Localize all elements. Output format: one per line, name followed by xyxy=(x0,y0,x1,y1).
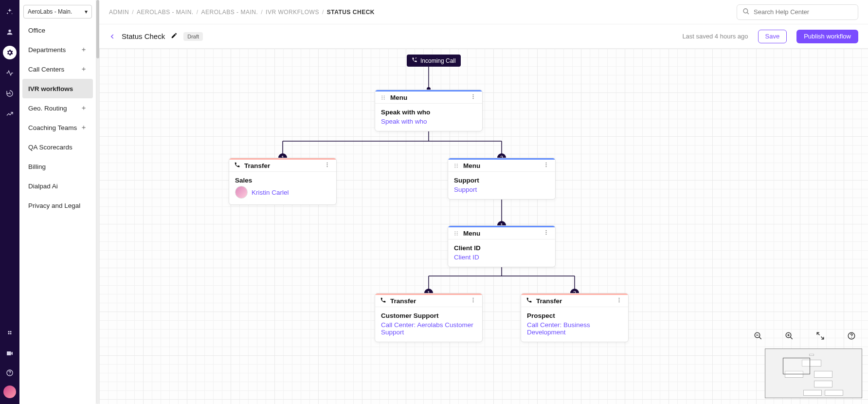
svg-point-30 xyxy=(457,234,458,235)
user-avatar[interactable] xyxy=(3,386,16,398)
back-button[interactable] xyxy=(109,33,116,40)
breadcrumb-item[interactable]: AEROLABS - MAIN. xyxy=(201,9,258,16)
search-input[interactable] xyxy=(754,8,853,16)
svg-point-28 xyxy=(457,231,458,232)
svg-point-26 xyxy=(454,233,455,234)
node-menu-button[interactable] xyxy=(469,296,477,306)
edit-title-button[interactable] xyxy=(171,32,178,40)
node-transfer-sales[interactable]: Transfer Sales Kristin Carlel xyxy=(229,158,337,205)
node-link[interactable]: Call Center: Aerolabs Customer Support xyxy=(381,321,476,336)
drag-handle-icon[interactable] xyxy=(380,94,386,101)
breadcrumb-item[interactable]: AEROLABS - MAIN. xyxy=(137,9,194,16)
svg-point-33 xyxy=(546,234,547,235)
svg-point-22 xyxy=(546,163,547,164)
node-transfer-prospect[interactable]: Transfer Prospect Call Center: Business … xyxy=(521,293,629,342)
breadcrumb-item[interactable]: ADMIN xyxy=(109,9,129,16)
node-menu-support[interactable]: Menu Support Support xyxy=(448,158,556,200)
page-title: Status Check xyxy=(122,32,165,40)
svg-point-39 xyxy=(619,301,620,302)
fit-screen-button[interactable] xyxy=(814,329,827,343)
plus-icon[interactable]: ＋ xyxy=(80,66,87,73)
video-icon[interactable] xyxy=(3,347,17,360)
zoom-in-button[interactable] xyxy=(782,329,796,343)
sidebar: AeroLabs - Main. ▾ Office Departments＋ C… xyxy=(19,0,96,404)
zoom-out-button[interactable] xyxy=(751,329,765,343)
node-link[interactable]: Call Center: Business Development xyxy=(527,321,622,336)
svg-line-48 xyxy=(821,337,824,339)
node-menu-button[interactable] xyxy=(542,228,550,238)
svg-point-35 xyxy=(473,300,474,301)
svg-line-41 xyxy=(759,337,761,339)
sparkle-icon[interactable] xyxy=(3,5,17,18)
person-icon[interactable] xyxy=(3,25,17,39)
node-title: Client ID xyxy=(454,244,549,252)
svg-point-10 xyxy=(473,94,474,95)
chevron-down-icon: ▾ xyxy=(85,8,88,15)
breadcrumb-item[interactable]: IVR WORKFLOWS xyxy=(266,9,319,16)
integrations-icon[interactable] xyxy=(3,327,17,341)
plus-icon[interactable]: ＋ xyxy=(80,124,87,131)
workflow-canvas[interactable]: Incoming Call Menu Speak with who Speak … xyxy=(99,49,868,404)
node-type-label: Menu xyxy=(390,94,407,101)
svg-point-25 xyxy=(454,231,455,232)
node-link[interactable]: Speak with who xyxy=(381,118,476,125)
drag-handle-icon[interactable] xyxy=(453,230,459,237)
sidebar-item-billing[interactable]: Billing xyxy=(22,157,93,176)
node-type-label: Transfer xyxy=(244,162,270,169)
svg-point-15 xyxy=(327,166,328,167)
node-menu-root[interactable]: Menu Speak with who Speak with who xyxy=(375,90,483,131)
svg-point-27 xyxy=(454,234,455,235)
activity-icon[interactable] xyxy=(3,66,17,80)
node-menu-button[interactable] xyxy=(615,296,623,306)
sidebar-item-qa-scorecards[interactable]: QA Scorecards xyxy=(22,137,93,157)
sidebar-item-office[interactable]: Office xyxy=(22,20,93,40)
org-selector[interactable]: AeroLabs - Main. ▾ xyxy=(23,5,92,18)
svg-point-17 xyxy=(454,165,455,166)
publish-button[interactable]: Publish workflow xyxy=(796,30,858,43)
node-title: Speak with who xyxy=(381,109,476,116)
history-icon[interactable] xyxy=(3,87,17,100)
save-button[interactable]: Save xyxy=(758,30,787,43)
node-menu-clientid[interactable]: Menu Client ID Client ID xyxy=(448,225,556,267)
drag-handle-icon[interactable] xyxy=(453,163,459,169)
node-title: Support xyxy=(454,177,549,184)
svg-line-3 xyxy=(747,13,749,14)
node-transfer-customer-support[interactable]: Transfer Customer Support Call Center: A… xyxy=(375,293,483,342)
node-type-label: Menu xyxy=(463,230,480,237)
phone-forward-icon xyxy=(380,297,386,305)
node-user-link[interactable]: Kristin Carlel xyxy=(252,189,289,196)
plus-icon[interactable]: ＋ xyxy=(80,105,87,111)
sidebar-item-departments[interactable]: Departments＋ xyxy=(22,40,93,59)
node-menu-button[interactable] xyxy=(542,161,550,170)
sidebar-item-privacy-legal[interactable]: Privacy and Legal xyxy=(22,196,93,215)
phone-forward-icon xyxy=(526,297,532,305)
help-icon[interactable] xyxy=(3,366,17,380)
node-title: Sales xyxy=(235,177,330,184)
sidebar-item-ivr-workflows[interactable]: IVR workflows xyxy=(22,79,93,98)
search-box[interactable] xyxy=(737,4,858,20)
main-area: ADMIN/ AEROLABS - MAIN./ AEROLABS - MAIN… xyxy=(99,0,868,404)
sidebar-item-geo-routing[interactable]: Geo. Routing＋ xyxy=(22,98,93,118)
start-node[interactable]: Incoming Call xyxy=(407,55,461,67)
plus-icon[interactable]: ＋ xyxy=(80,46,87,53)
node-link[interactable]: Client ID xyxy=(454,254,549,261)
svg-point-2 xyxy=(743,9,748,13)
svg-point-12 xyxy=(473,98,474,99)
svg-point-36 xyxy=(473,301,474,302)
sidebar-item-call-centers[interactable]: Call Centers＋ xyxy=(22,59,93,79)
sidebar-item-dialpad-ai[interactable]: Dialpad Ai xyxy=(22,176,93,196)
svg-point-23 xyxy=(546,165,547,165)
trend-icon[interactable] xyxy=(3,107,17,121)
svg-point-24 xyxy=(546,166,547,167)
sidebar-item-coaching-teams[interactable]: Coaching Teams＋ xyxy=(22,118,93,137)
user-avatar-icon xyxy=(235,186,248,199)
svg-point-20 xyxy=(457,165,458,166)
minimap[interactable] xyxy=(765,349,862,398)
canvas-help-button[interactable] xyxy=(845,329,858,343)
node-link[interactable]: Support xyxy=(454,186,549,193)
node-menu-button[interactable] xyxy=(469,92,477,102)
gear-icon[interactable] xyxy=(3,46,17,59)
node-menu-button[interactable] xyxy=(323,161,331,170)
status-badge: Draft xyxy=(183,32,203,41)
svg-point-21 xyxy=(457,166,458,167)
